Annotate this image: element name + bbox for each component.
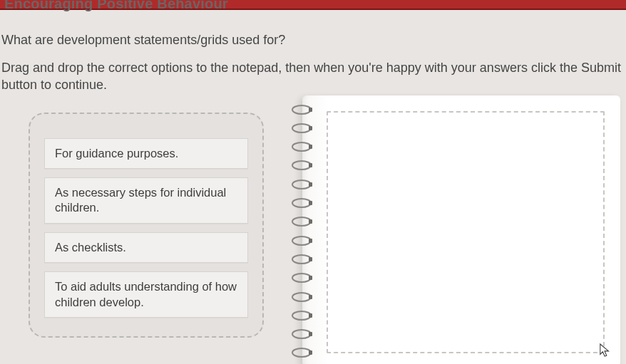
- svg-rect-1: [309, 108, 312, 112]
- svg-point-26: [292, 348, 311, 357]
- svg-rect-25: [309, 332, 312, 336]
- svg-rect-27: [309, 350, 312, 355]
- question-text: What are development statements/grids us…: [0, 33, 623, 48]
- spiral-ring-icon: [291, 141, 312, 152]
- svg-rect-19: [309, 276, 312, 280]
- spiral-ring-icon: [291, 347, 312, 358]
- notepad-page: [302, 95, 620, 364]
- spiral-ring-icon: [291, 310, 312, 321]
- spiral-ring-icon: [291, 179, 312, 190]
- spiral-ring-icon: [291, 254, 312, 265]
- svg-point-24: [292, 330, 311, 338]
- svg-point-16: [292, 255, 311, 264]
- svg-point-10: [292, 199, 311, 207]
- spiral-ring-icon: [291, 123, 312, 134]
- svg-point-18: [292, 274, 311, 282]
- spiral-ring-icon: [291, 216, 312, 227]
- draggable-option[interactable]: As checklists.: [44, 232, 248, 263]
- spiral-ring-icon: [291, 197, 312, 209]
- svg-rect-13: [309, 219, 312, 224]
- svg-point-12: [292, 217, 311, 226]
- activity-row: For guidance purposes. As necessary step…: [0, 101, 623, 364]
- svg-point-4: [292, 142, 311, 151]
- notepad-container: [277, 95, 623, 364]
- svg-rect-15: [309, 239, 312, 243]
- svg-point-0: [292, 105, 311, 114]
- svg-point-8: [292, 180, 311, 189]
- svg-rect-17: [309, 257, 312, 261]
- instructions-text: Drag and drop the correct options to the…: [0, 59, 623, 94]
- draggable-option[interactable]: To aid adults understanding of how child…: [44, 271, 248, 318]
- svg-rect-5: [309, 145, 312, 149]
- spiral-ring-icon: [291, 104, 312, 115]
- spiral-ring-icon: [291, 272, 312, 284]
- svg-point-20: [292, 293, 311, 301]
- svg-point-14: [292, 236, 311, 245]
- draggable-option[interactable]: For guidance purposes.: [44, 138, 248, 169]
- options-panel: For guidance purposes. As necessary step…: [29, 113, 264, 338]
- svg-rect-21: [309, 295, 312, 299]
- spiral-ring-icon: [291, 291, 312, 303]
- svg-rect-11: [309, 201, 312, 205]
- svg-rect-7: [309, 163, 312, 167]
- svg-rect-9: [309, 182, 312, 187]
- spiral-binding: [291, 104, 312, 359]
- spiral-ring-icon: [291, 328, 312, 340]
- svg-rect-23: [309, 313, 312, 318]
- page-title: Encouraging Positive Behaviour: [0, 0, 232, 12]
- svg-point-22: [292, 311, 311, 320]
- spiral-ring-icon: [291, 235, 312, 246]
- drop-zone[interactable]: [327, 111, 605, 353]
- spiral-ring-icon: [291, 160, 312, 171]
- svg-point-6: [292, 161, 311, 170]
- content-area: What are development statements/grids us…: [0, 10, 626, 364]
- svg-rect-3: [309, 126, 312, 130]
- draggable-option[interactable]: As necessary steps for individual childr…: [44, 177, 248, 224]
- svg-point-2: [292, 124, 311, 132]
